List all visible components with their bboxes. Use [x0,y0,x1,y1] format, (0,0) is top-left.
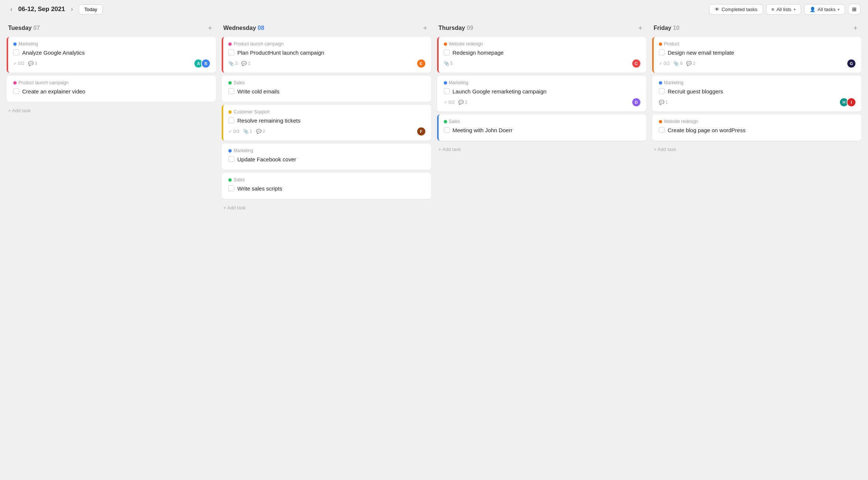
task-footer: ✓ 0/2 💬 2 D [444,97,641,107]
task-project: Sales [444,119,641,124]
avatar-group: A B [194,59,211,68]
task-checkbox[interactable] [444,127,450,133]
task-title: Write cold emails [237,88,279,95]
meta-item: 💬 2 [256,129,265,134]
project-name: Sales [234,177,245,182]
task-main: Update Facebook cover [228,155,426,163]
meta-item: 📎 6 [673,61,683,66]
avatar-group: H I [839,97,856,107]
task-meta: ✓ 0/2 💬 2 [444,100,467,105]
task-title: Create an explainer video [22,88,85,95]
add-column-task-button[interactable]: + [636,24,645,32]
project-dot-icon [444,42,447,46]
project-dot-icon [444,120,447,123]
add-column-task-button[interactable]: + [206,24,215,32]
avatar-group: G [847,59,856,68]
task-checkbox[interactable] [228,88,234,94]
prev-btn[interactable]: ‹ [7,4,15,14]
add-column-task-button[interactable]: + [851,24,860,32]
project-dot-icon [444,81,447,85]
project-dot-icon [659,120,662,123]
project-name: Product launch campaign [234,41,283,47]
meta-icon: 💬 [256,129,262,134]
task-project: Sales [228,80,426,85]
task-main: Launch Google remarketing campaign [444,88,641,95]
meta-text: 0/2 [18,61,24,66]
header: ‹ 06-12, Sep 2021 › Today 👁 Completed ta… [0,0,868,18]
completed-tasks-button[interactable]: 👁 Completed tasks [709,4,763,15]
task-checkbox[interactable] [13,49,19,55]
project-dot-icon [659,81,662,85]
task-project: Product [659,41,856,47]
task-meta: ✓ 0/2 📎 6 💬 2 [659,61,695,66]
project-dot-icon [228,149,232,152]
task-checkbox[interactable] [659,127,665,133]
calendar-icon-button[interactable]: ⊞ [848,4,861,15]
meta-item: 📎 3 [228,61,238,66]
task-project: Marketing [13,41,211,47]
task-project: Product launch campaign [228,41,426,47]
avatar: E [416,59,426,68]
task-checkbox[interactable] [228,156,234,162]
add-column-task-button[interactable]: + [421,24,430,32]
meta-item: 💬 3 [28,61,37,66]
task-card: Sales Meeting with John Doerr [437,114,646,141]
add-task-button[interactable]: + Add task [222,202,431,213]
add-task-button[interactable]: + Add task [652,144,861,155]
task-card: Product Design new email template ✓ 0/2 … [652,37,861,73]
avatar-group: F [416,127,426,136]
task-meta: 💬 1 [659,100,668,105]
task-checkbox[interactable] [228,49,234,55]
task-title: Resolve remaining tickets [237,117,300,124]
avatar: B [201,59,211,68]
task-checkbox[interactable] [659,88,665,94]
add-task-button[interactable]: + Add task [437,144,646,155]
add-task-button[interactable]: + Add task [7,105,216,116]
today-button[interactable]: Today [79,4,103,14]
meta-text: 0/2 [664,61,670,66]
task-checkbox[interactable] [228,185,234,191]
task-meta: ✓ 0/3 📎 1 💬 2 [228,129,265,134]
task-card: Sales Write sales scripts [222,173,431,199]
meta-item: 📎 5 [444,61,453,66]
meta-item: ✓ 0/3 [228,129,239,134]
avatar-group: C [632,59,641,68]
column-wednesday: Wednesday 08 + Product launch campaign P… [219,18,434,213]
all-lists-button[interactable]: ≡ All lists ▾ [766,4,801,15]
next-btn[interactable]: › [68,4,76,14]
task-main: Create an explainer video [13,88,211,95]
meta-icon: 📎 [243,129,249,134]
meta-text: 0/2 [449,100,455,105]
meta-icon: 📎 [444,61,449,66]
header-left: ‹ 06-12, Sep 2021 › Today [7,4,705,14]
task-main: Plan ProductHunt launch campaign [228,49,426,56]
project-name: Product launch campaign [18,80,68,85]
meta-text: 1 [248,61,251,66]
project-name: Marketing [18,41,38,47]
meta-item: 📎 1 [243,129,252,134]
column-title: Thursday 09 [439,25,473,31]
avatar: C [632,59,641,68]
task-title: Meeting with John Doerr [453,126,513,134]
meta-item: 💬 2 [686,61,695,66]
avatar: F [416,127,426,136]
all-tasks-button[interactable]: 👤 All tasks ▾ [804,4,845,15]
task-title: Plan ProductHunt launch campaign [237,49,324,56]
task-main: Analyze Google Analytics [13,49,211,56]
meta-item: 💬 2 [458,100,467,105]
avatar: G [847,59,856,68]
task-checkbox[interactable] [659,49,665,55]
task-checkbox[interactable] [444,49,450,55]
task-checkbox[interactable] [13,88,19,94]
column-friday: Friday 10 + Product Design new email tem… [649,18,864,213]
meta-item: ✓ 0/2 [444,100,455,105]
meta-item: 💬 1 [659,100,668,105]
project-name: Website redesign [664,119,698,124]
project-name: Product [664,41,679,47]
task-checkbox[interactable] [228,117,234,123]
column-title: Wednesday 08 [223,25,264,31]
task-main: Create blog page on wordPress [659,126,856,134]
task-checkbox[interactable] [444,88,450,94]
task-project: Product launch campaign [13,80,211,85]
meta-text: 1 [666,100,668,105]
